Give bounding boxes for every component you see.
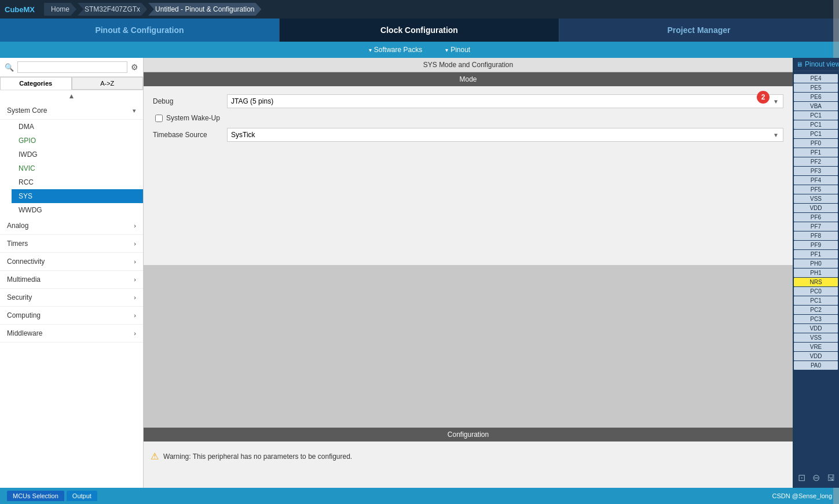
debug-select-wrapper: JTAG (5 pins) No Debug Trace Asynchronou… [227,94,783,108]
top-bar: CubeMX Home STM32F407ZGTx Untitled - Pin… [0,0,839,19]
breadcrumb-home[interactable]: Home [44,3,76,16]
breadcrumb-mcu[interactable]: STM32F407ZGTx [78,3,147,16]
warning-text: Warning: This peripheral has no paramete… [163,453,352,461]
sidebar-item-wwdg[interactable]: WWDG [12,203,143,217]
chevron-right-icon-2: › [134,240,136,247]
chevron-right-icon-3: › [134,258,136,265]
watermark: CSDN @Sense_long [772,492,833,499]
main-layout: 🔍 ⚙ Categories A->Z ▲ System Core ▾ DMA … [0,58,839,488]
content-spacer [144,265,793,428]
middleware-label: Middleware [7,329,42,337]
gear-icon[interactable]: ⚙ [131,62,138,72]
sub-tab-software-packs[interactable]: ▾ Software Packs [369,46,422,54]
debug-select[interactable]: JTAG (5 pins) No Debug Trace Asynchronou… [227,94,783,108]
sub-tab-pinout[interactable]: ▾ Pinout [445,46,470,54]
sidebar-item-dma[interactable]: DMA [12,120,143,134]
sidebar-item-middleware[interactable]: Middleware › [0,325,143,343]
tab-project[interactable]: Project Manager [559,19,839,42]
pin-pe5: PE5 [794,83,838,92]
search-icon: 🔍 [5,63,14,72]
zoom-toolbar: ⊕ ⊡ ⊖ 🖫 ⊞ [793,472,839,483]
sys-config-title: SYS Mode and Configuration [144,58,793,72]
timebase-row: Timebase Source SysTick TIM1 TIM2 [153,128,783,142]
pinout-view-header[interactable]: 🖥 Pinout view [793,58,839,71]
pin-pf1a: PF1 [794,148,838,157]
sidebar-item-gpio[interactable]: GPIO [12,134,143,148]
pin-vddc: VDD [794,352,838,360]
fit-screen-button[interactable]: ⊡ [798,472,805,483]
sidebar-item-nvic[interactable]: NVIC [12,161,143,175]
connectivity-label: Connectivity [7,257,45,266]
pin-pf7: PF7 [794,222,838,231]
sidebar-item-connectivity[interactable]: Connectivity › [0,253,143,271]
wake-up-row: System Wake-Up [153,114,783,122]
timebase-label: Timebase Source [153,131,222,139]
chevron-right-icon-7: › [134,330,136,337]
search-input[interactable] [17,61,127,73]
sidebar: 🔍 ⚙ Categories A->Z ▲ System Core ▾ DMA … [0,58,144,488]
sidebar-tabs: Categories A->Z [0,77,143,90]
chevron-down-icon-2: ▾ [445,47,448,53]
bottom-tabs: MCUs Selection Output [7,491,97,501]
pin-pf2: PF2 [794,157,838,166]
pin-pf0: PF0 [794,139,838,148]
sidebar-item-analog[interactable]: Analog › [0,217,143,235]
pin-vssb: VSS [794,333,838,342]
pin-pf1b: PF1 [794,250,838,259]
pin-nrs: NRS [794,278,838,286]
pin-pf5: PF5 [794,185,838,194]
sidebar-search-bar: 🔍 ⚙ [0,58,143,77]
security-label: Security [7,293,32,301]
app-logo: CubeMX [5,5,35,14]
tab-header: Pinout & Configuration Clock Configurati… [0,19,839,42]
export-button[interactable]: 🖫 [827,472,835,483]
analog-label: Analog [7,222,28,230]
pin-pe6: PE6 [794,93,838,101]
chevron-right-icon-4: › [134,276,136,283]
multimedia-label: Multimedia [7,275,41,284]
tab-output[interactable]: Output [67,491,97,501]
warning-icon: ⚠ [151,451,159,462]
wake-up-label: System Wake-Up [166,114,220,122]
breadcrumb-project[interactable]: Untitled - Pinout & Configuration [148,3,261,16]
pin-pc1a: PC1 [794,111,838,120]
sub-tab-pinout-label: Pinout [450,46,470,54]
system-core-header[interactable]: System Core ▾ [0,102,143,120]
scroll-up-btn[interactable]: ▲ [0,90,143,102]
warning-row: ⚠ Warning: This peripheral has no parame… [151,451,786,462]
pin-vre: VRE [794,343,838,351]
tab-clock[interactable]: Clock Configuration [280,19,559,42]
pinout-view-label: Pinout view [805,60,839,68]
sidebar-item-computing[interactable]: Computing › [0,307,143,325]
tab-pinout[interactable]: Pinout & Configuration [0,19,280,42]
pin-vss: VSS [794,194,838,203]
tab-mcus-selection[interactable]: MCUs Selection [7,491,64,501]
annotation-2: 2 [757,91,770,104]
sidebar-item-rcc[interactable]: RCC [12,175,143,189]
sidebar-item-sys[interactable]: SYS 1 → [12,189,143,203]
pin-pc1b: PC1 [794,120,838,129]
pin-pc3: PC3 [794,315,838,323]
timers-label: Timers [7,240,28,248]
sidebar-item-timers[interactable]: Timers › [0,235,143,253]
pinout-view-icon: 🖥 [796,61,803,68]
chevron-down-icon: ▾ [369,47,372,53]
tab-az[interactable]: A->Z [72,77,144,90]
sidebar-item-multimedia[interactable]: Multimedia › [0,271,143,289]
chevron-right-icon: › [134,222,136,229]
pin-vddb: VDD [794,324,838,333]
tab-categories[interactable]: Categories [0,77,72,90]
debug-row: Debug JTAG (5 pins) No Debug Trace Async… [153,94,783,108]
timebase-select[interactable]: SysTick TIM1 TIM2 [227,128,783,142]
sidebar-item-security[interactable]: Security › [0,289,143,307]
sidebar-item-iwdg[interactable]: IWDG [12,148,143,161]
zoom-out-button[interactable]: ⊖ [812,472,820,483]
pin-pc0: PC0 [794,287,838,296]
pin-pa0: PA0 [794,361,838,370]
pin-pf9: PF9 [794,241,838,249]
pin-pc2: PC2 [794,306,838,314]
pin-pf6: PF6 [794,213,838,222]
system-core-items: DMA GPIO IWDG NVIC RCC SYS 1 → WWDG [0,120,143,217]
mode-body: 2 Debug JTAG (5 pins) No Debug Trace Asy… [144,86,793,265]
wake-up-checkbox[interactable] [155,115,163,122]
